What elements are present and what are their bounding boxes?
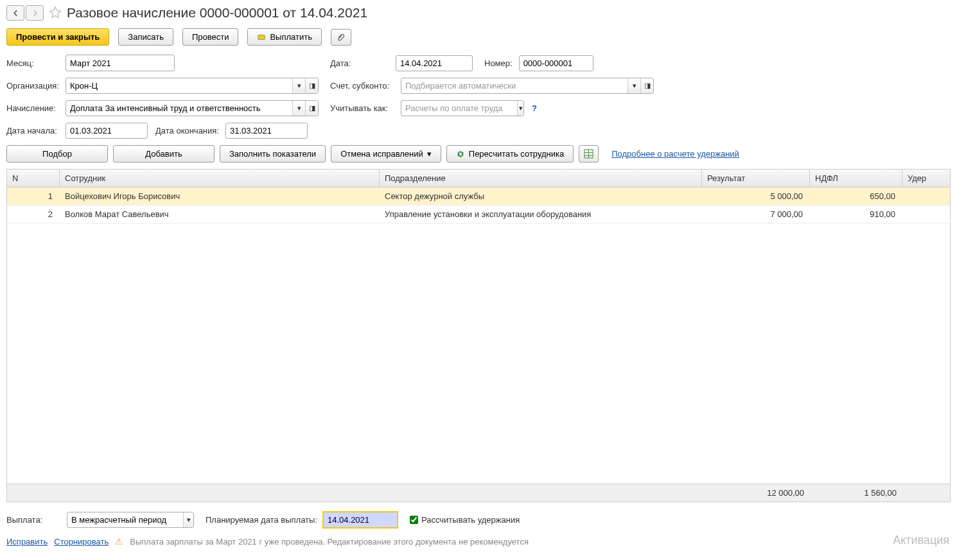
consider-dropdown-button[interactable]: ▾	[517, 101, 523, 116]
date-input[interactable]	[396, 56, 473, 71]
cell-result: 5 000,00	[702, 188, 810, 205]
chevron-down-icon: ▾	[427, 149, 432, 159]
cell-n: 2	[7, 206, 60, 223]
deductions-details-link[interactable]: Подробнее о расчете удержаний	[611, 149, 739, 159]
accrual-open-button[interactable]: ◨	[305, 101, 318, 116]
attach-button[interactable]	[331, 29, 351, 46]
cancel-corrections-button[interactable]: Отмена исправлений ▾	[331, 145, 441, 162]
cell-result: 7 000,00	[702, 206, 810, 223]
back-button[interactable]	[6, 5, 24, 21]
employees-table: N Сотрудник Подразделение Результат НДФЛ…	[6, 169, 951, 502]
select-employee-button[interactable]: Подбор	[6, 145, 108, 162]
org-dropdown-button[interactable]: ▾	[292, 78, 305, 93]
number-label: Номер:	[484, 58, 513, 68]
add-row-button[interactable]: Добавить	[113, 145, 215, 162]
arrow-left-icon	[12, 9, 20, 17]
org-label: Организация:	[6, 81, 62, 91]
payout-label: Выплата:	[6, 515, 62, 525]
number-input[interactable]	[520, 56, 593, 71]
accrual-input[interactable]	[66, 101, 292, 116]
account-input[interactable]	[401, 78, 628, 93]
month-input[interactable]	[66, 55, 175, 71]
end-date-label: Дата окончания:	[155, 126, 219, 136]
reverse-link[interactable]: Сторнировать	[54, 537, 109, 547]
consider-label: Учитывать как:	[330, 103, 397, 113]
cell-employee: Войцехович Игорь Борисович	[60, 188, 380, 205]
th-n[interactable]: N	[7, 170, 60, 187]
plan-date-input[interactable]	[324, 512, 398, 527]
consider-input[interactable]	[401, 101, 517, 116]
plan-date-label: Планируемая дата выплаты:	[206, 515, 317, 525]
payout-dropdown-button[interactable]: ▾	[183, 512, 193, 527]
help-icon[interactable]: ?	[532, 103, 537, 113]
account-dropdown-button[interactable]: ▾	[628, 78, 640, 93]
start-date-input[interactable]	[66, 123, 148, 138]
svg-rect-0	[258, 35, 265, 39]
fill-indicators-button[interactable]: Заполнить показатели	[220, 145, 326, 162]
account-open-button[interactable]: ◨	[640, 78, 653, 93]
forward-button[interactable]	[26, 5, 44, 21]
th-result[interactable]: Результат	[702, 170, 810, 187]
arrow-right-icon	[31, 9, 39, 17]
cell-n: 1	[7, 188, 60, 205]
month-label: Месяц:	[6, 58, 62, 68]
cell-department: Сектор дежурной службы	[380, 188, 702, 205]
calc-deductions-checkbox[interactable]	[410, 516, 418, 524]
date-label: Дата:	[330, 58, 392, 68]
table-footer: 12 000,00 1 560,00	[7, 484, 950, 502]
th-ndfl[interactable]: НДФЛ	[810, 170, 902, 187]
table-settings-button[interactable]	[579, 145, 599, 162]
th-department[interactable]: Подразделение	[380, 170, 702, 187]
cell-employee: Волков Марат Савельевич	[60, 206, 380, 223]
table-row[interactable]: 2Волков Марат СавельевичУправление устан…	[7, 206, 950, 223]
grid-icon	[584, 149, 593, 159]
table-row[interactable]: 1Войцехович Игорь БорисовичСектор дежурн…	[7, 188, 950, 206]
refresh-icon	[456, 150, 465, 159]
payout-icon	[257, 33, 266, 42]
table-header: N Сотрудник Подразделение Результат НДФЛ…	[7, 170, 950, 188]
correct-link[interactable]: Исправить	[6, 537, 48, 547]
th-employee[interactable]: Сотрудник	[60, 170, 380, 187]
cell-ud	[902, 188, 942, 205]
total-result: 12 000,00	[702, 484, 810, 502]
cell-ud	[902, 206, 942, 223]
favorite-star-icon[interactable]	[49, 6, 62, 21]
post-button[interactable]: Провести	[182, 28, 239, 46]
cell-ndfl: 910,00	[810, 206, 902, 223]
th-deductions[interactable]: Удер	[902, 170, 942, 187]
calc-deductions-checkbox-wrap[interactable]: Рассчитывать удержания	[410, 515, 520, 525]
recalc-employee-button[interactable]: Пересчитать сотрудника	[446, 145, 574, 162]
org-open-button[interactable]: ◨	[305, 78, 318, 93]
org-input[interactable]	[66, 78, 292, 93]
save-button[interactable]: Записать	[118, 28, 173, 46]
account-label: Счет, субконто:	[330, 81, 397, 91]
accrual-label: Начисление:	[6, 103, 62, 113]
warning-text: Выплата зарплаты за Март 2021 г уже пров…	[130, 537, 529, 547]
pay-button[interactable]: Выплатить	[247, 28, 322, 46]
start-date-label: Дата начала:	[6, 126, 62, 136]
total-ndfl: 1 560,00	[810, 484, 902, 502]
activation-watermark: Активация	[893, 534, 949, 547]
end-date-input[interactable]	[226, 123, 308, 138]
accrual-dropdown-button[interactable]: ▾	[292, 101, 305, 116]
page-title: Разовое начисление 0000-000001 от 14.04.…	[67, 5, 367, 21]
paperclip-icon	[337, 33, 346, 42]
payout-select[interactable]	[67, 512, 183, 527]
cell-department: Управление установки и эксплуатации обор…	[380, 206, 702, 223]
warning-icon: ⚠	[115, 536, 123, 547]
post-and-close-button[interactable]: Провести и закрыть	[6, 28, 109, 46]
cell-ndfl: 650,00	[810, 188, 902, 205]
